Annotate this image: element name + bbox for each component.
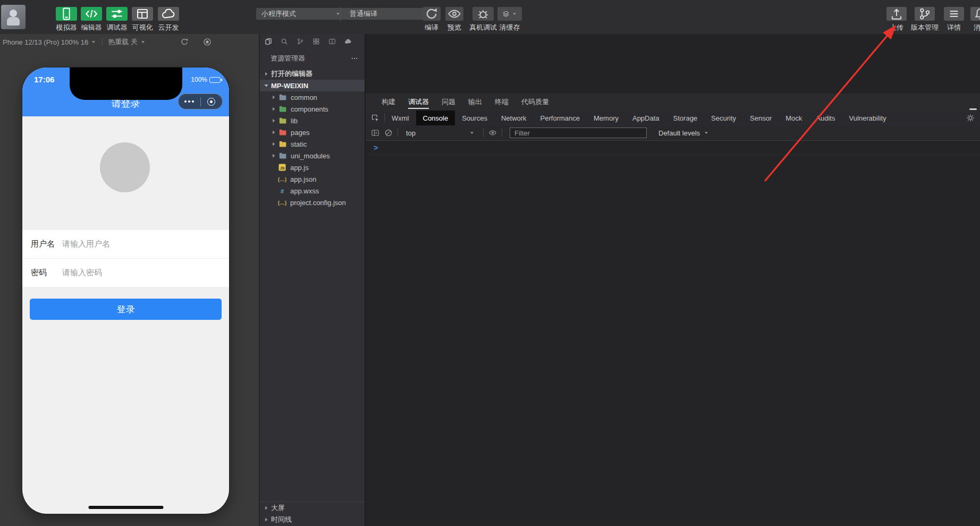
compile-mode-dropdown[interactable]: 普通编译 xyxy=(344,8,434,20)
chevron-right-icon xyxy=(271,129,277,135)
section-timeline[interactable]: 时间线 xyxy=(260,514,365,525)
create-live-expression-icon[interactable] xyxy=(488,129,497,137)
caret-down-icon xyxy=(140,39,146,45)
tab-debugger[interactable]: 调试器 xyxy=(408,94,429,111)
record-icon[interactable] xyxy=(203,38,212,46)
exit-icon[interactable] xyxy=(201,98,223,106)
tab-performance[interactable]: Performance xyxy=(534,111,587,125)
tree-item-file[interactable]: {…} project.config.json xyxy=(260,197,365,208)
tab-wxml[interactable]: Wxml xyxy=(385,111,416,125)
tab-output[interactable]: 输出 xyxy=(468,94,482,111)
section-big-screen[interactable]: 大屏 xyxy=(260,502,365,514)
console-sidebar-toggle-icon[interactable] xyxy=(371,129,379,137)
tab-memory[interactable]: Memory xyxy=(587,111,626,125)
tree-item-file[interactable]: JS app.js xyxy=(260,162,365,173)
devtools-settings-gear-icon[interactable] xyxy=(966,114,975,122)
cloud-filled-icon[interactable] xyxy=(344,38,352,45)
remote-debug-button[interactable]: 真机调试 xyxy=(469,7,497,32)
username-field[interactable]: 用户名 请输入用户名 xyxy=(22,230,229,258)
avatar-placeholder xyxy=(100,142,150,192)
tab-scrollbar-thumb[interactable] xyxy=(969,108,977,110)
tab-audits[interactable]: Audits xyxy=(809,111,842,125)
explorer-title: 资源管理器 xyxy=(271,54,305,63)
mode-dropdown[interactable]: 小程序模式 xyxy=(256,8,345,20)
tree-item-folder[interactable]: common xyxy=(260,91,365,103)
devtools-tabs: Wxml Console Sources Network Performance… xyxy=(366,111,980,125)
tab-network[interactable]: Network xyxy=(494,111,534,125)
log-levels-dropdown[interactable]: Default levels xyxy=(658,129,709,137)
tab-build[interactable]: 构建 xyxy=(382,94,395,111)
phone-frame: 17:06 100% 请登录 用户名 xyxy=(22,67,229,514)
tab-terminal[interactable]: 终端 xyxy=(495,94,509,111)
section-open-editors[interactable]: 打开的编辑器 xyxy=(260,68,365,80)
tab-mock[interactable]: Mock xyxy=(779,111,809,125)
tab-sensor[interactable]: Sensor xyxy=(743,111,779,125)
chevron-right-icon xyxy=(263,71,269,77)
wxss-icon: # xyxy=(278,186,286,195)
tab-vulnerability[interactable]: Vulnerability xyxy=(842,111,893,125)
folder-icon xyxy=(278,116,287,125)
console-filter-input[interactable] xyxy=(510,128,647,138)
debugger-panel: 构建 调试器 问题 输出 终端 代码质量 Wxml Console Source… xyxy=(365,34,980,526)
tree-item-folder[interactable]: static xyxy=(260,138,365,150)
section-project-root[interactable]: MP-WEIXIN xyxy=(260,80,365,91)
git-branch-icon[interactable] xyxy=(297,38,304,45)
console-prompt-row[interactable]: > xyxy=(366,141,980,155)
tab-security[interactable]: Security xyxy=(704,111,743,125)
split-icon[interactable] xyxy=(328,38,336,45)
login-button[interactable]: 登录 xyxy=(30,299,222,320)
execution-context-dropdown[interactable]: top xyxy=(403,128,478,138)
tab-code-quality[interactable]: 代码质量 xyxy=(521,94,549,111)
tree-item-folder[interactable]: uni_modules xyxy=(260,150,365,162)
tree-item-file[interactable]: # app.wxss xyxy=(260,185,365,197)
search-icon[interactable] xyxy=(281,38,288,45)
device-selector[interactable]: Phone 12/13 (Pro) 100% 16 xyxy=(3,38,97,46)
clear-cache-button[interactable]: 清缓存 xyxy=(497,7,522,32)
layout-icon xyxy=(132,7,153,21)
hot-reload-selector[interactable]: 热重载 关 xyxy=(108,37,146,47)
cloud-dev-button[interactable]: 云开发 xyxy=(158,7,179,32)
console-log-area[interactable] xyxy=(366,155,980,526)
rotate-icon[interactable] xyxy=(180,38,189,46)
visualization-button[interactable]: 可视化 xyxy=(132,7,153,32)
tree-item-folder[interactable]: pages xyxy=(260,126,365,138)
capsule-menu[interactable] xyxy=(178,94,223,109)
more-icon[interactable] xyxy=(179,100,200,103)
version-control-button[interactable]: 版本管理 xyxy=(911,7,939,32)
tree-item-folder[interactable]: lib xyxy=(260,115,365,126)
tab-console[interactable]: Console xyxy=(416,111,455,125)
chevron-right-icon xyxy=(263,505,269,511)
tree-item-file[interactable]: {…} app.json xyxy=(260,173,365,185)
divider xyxy=(398,129,398,137)
divider xyxy=(483,129,484,137)
password-field[interactable]: 密码 请输入密码 xyxy=(22,258,229,287)
details-button[interactable]: 详情 xyxy=(944,7,964,32)
home-indicator xyxy=(88,506,163,509)
grid-icon[interactable] xyxy=(312,38,320,45)
preview-button[interactable]: 预览 xyxy=(445,7,463,32)
compile-button[interactable]: 编译 xyxy=(423,7,441,32)
simulator-toolbar: Phone 12/13 (Pro) 100% 16 热重载 关 xyxy=(0,34,259,50)
tab-appdata[interactable]: AppData xyxy=(626,111,666,125)
chevron-right-icon xyxy=(271,152,277,159)
tab-problems[interactable]: 问题 xyxy=(442,94,455,111)
debugger-primary-tabs: 构建 调试器 问题 输出 终端 代码质量 xyxy=(366,94,980,111)
inspect-element-icon[interactable] xyxy=(371,114,379,122)
files-icon[interactable] xyxy=(265,38,272,45)
toolbar-divider xyxy=(340,7,341,22)
upload-button[interactable]: 上传 xyxy=(886,7,907,32)
more-icon[interactable] xyxy=(351,55,358,62)
refresh-icon xyxy=(423,7,441,21)
chevron-right-icon xyxy=(271,141,277,147)
simulator-button[interactable]: 模拟器 xyxy=(56,7,77,32)
messages-button-clipped[interactable]: 消 xyxy=(970,7,980,32)
tab-sources[interactable]: Sources xyxy=(455,111,494,125)
tree-item-folder[interactable]: components xyxy=(260,103,365,115)
debugger-button[interactable]: 调试器 xyxy=(106,7,128,32)
phone-icon xyxy=(56,7,77,21)
editor-button[interactable]: 编辑器 xyxy=(81,7,102,32)
file-tree: 打开的编辑器 MP-WEIXIN common components lib p… xyxy=(260,68,365,208)
chevron-right-icon xyxy=(271,106,277,112)
tab-storage[interactable]: Storage xyxy=(666,111,705,125)
clear-console-icon[interactable] xyxy=(384,129,393,137)
